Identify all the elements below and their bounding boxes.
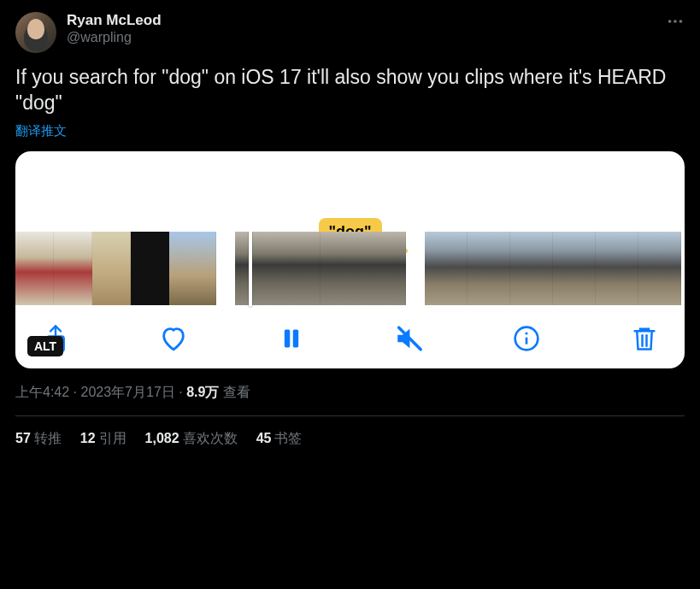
- clip-frame: [468, 232, 510, 305]
- avatar[interactable]: [15, 12, 56, 53]
- stat-count: 45: [256, 431, 272, 445]
- stat-label: 转推: [34, 431, 62, 445]
- clip-frame: [425, 232, 468, 305]
- clip-frame: [510, 232, 553, 305]
- clip-frame: [92, 232, 131, 305]
- clip-frame: [321, 232, 406, 305]
- tweet-container: Ryan McLeod @warpling If you search for …: [0, 0, 700, 456]
- display-name: Ryan McLeod: [67, 12, 656, 29]
- tweet-meta: 上午4:42 · 2023年7月17日 · 8.9万 查看: [15, 384, 685, 402]
- clip-frame: [131, 232, 169, 305]
- tweet-time[interactable]: 上午4:42: [15, 385, 69, 399]
- clip-frame: [553, 232, 596, 305]
- likes-stat[interactable]: 1,082喜欢次数: [145, 430, 238, 448]
- views-count: 8.9万: [186, 385, 219, 399]
- clip-frame: [638, 232, 681, 305]
- clip-frame: [15, 232, 54, 305]
- clip-frame: [596, 232, 638, 305]
- trash-icon[interactable]: [630, 324, 659, 353]
- heart-icon[interactable]: [159, 324, 188, 353]
- clip-group[interactable]: [235, 232, 406, 305]
- tweet-text: If you search for "dog" on iOS 17 it'll …: [15, 65, 685, 116]
- info-icon[interactable]: [512, 324, 541, 353]
- tweet-header: Ryan McLeod @warpling: [15, 12, 685, 53]
- retweets-stat[interactable]: 57转推: [15, 430, 62, 448]
- playhead[interactable]: [249, 232, 252, 307]
- svg-point-9: [526, 332, 528, 334]
- alt-badge[interactable]: ALT: [27, 336, 63, 356]
- clip-group[interactable]: [425, 232, 681, 305]
- clip-frame: [169, 232, 216, 305]
- clip-group[interactable]: [15, 232, 216, 305]
- stat-label: 引用: [99, 431, 126, 445]
- stat-label: 喜欢次数: [183, 431, 238, 445]
- stat-count: 57: [15, 431, 31, 445]
- views-label: 查看: [223, 385, 250, 399]
- clip-frame: [235, 232, 321, 305]
- media-card[interactable]: "dog": [15, 151, 685, 368]
- stat-count: 12: [80, 431, 96, 445]
- stat-label: 书签: [274, 431, 302, 445]
- more-icon[interactable]: [666, 12, 685, 34]
- pause-icon[interactable]: [277, 324, 306, 353]
- translate-link[interactable]: 翻译推文: [15, 123, 67, 139]
- mute-icon[interactable]: [394, 324, 423, 353]
- author-handle: @warpling: [67, 30, 656, 45]
- svg-point-0: [668, 20, 672, 23]
- tweet-stats: 57转推 12引用 1,082喜欢次数 45书签: [15, 416, 685, 448]
- author-names[interactable]: Ryan McLeod @warpling: [67, 12, 656, 45]
- stat-count: 1,082: [145, 431, 179, 445]
- svg-rect-4: [284, 329, 289, 347]
- quotes-stat[interactable]: 12引用: [80, 430, 126, 448]
- video-timeline[interactable]: [15, 232, 685, 309]
- ios-media-controls: [15, 309, 685, 368]
- bookmarks-stat[interactable]: 45书签: [256, 430, 303, 448]
- svg-rect-5: [292, 329, 297, 347]
- svg-point-1: [674, 20, 677, 23]
- tweet-date[interactable]: 2023年7月17日: [80, 385, 174, 399]
- clip-frame: [54, 232, 92, 305]
- svg-point-2: [679, 20, 683, 23]
